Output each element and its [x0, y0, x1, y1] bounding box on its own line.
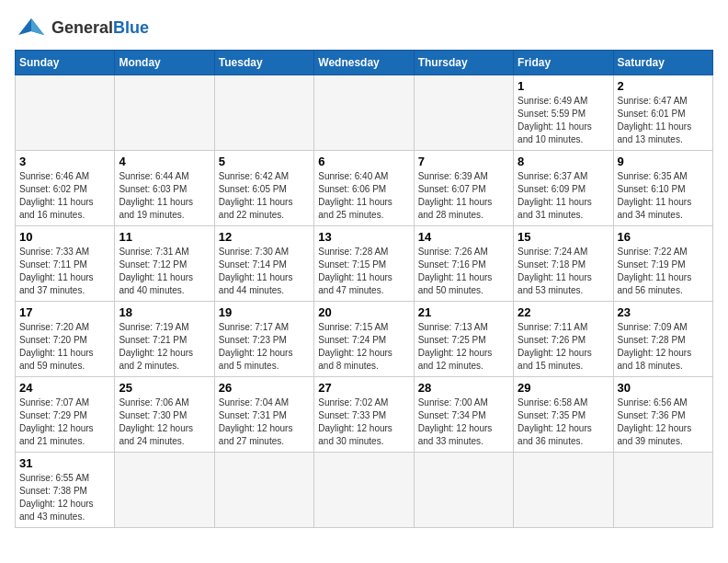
day-info: Sunrise: 6:37 AM Sunset: 6:09 PM Dayligh…: [518, 170, 609, 222]
day-info: Sunrise: 6:58 AM Sunset: 7:35 PM Dayligh…: [518, 396, 609, 448]
day-number: 30: [618, 381, 709, 395]
day-info: Sunrise: 7:17 AM Sunset: 7:23 PM Dayligh…: [219, 321, 310, 373]
day-number: 28: [418, 381, 509, 395]
calendar-cell: [314, 453, 414, 528]
logo: GeneralBlue: [15, 15, 149, 40]
day-header-wednesday: Wednesday: [314, 51, 414, 75]
calendar-cell: [414, 75, 513, 151]
calendar-cell: [314, 75, 414, 151]
day-number: 19: [219, 305, 310, 319]
calendar-cell: [16, 75, 115, 151]
day-number: 2: [618, 79, 709, 93]
day-number: 23: [618, 305, 709, 319]
day-info: Sunrise: 7:06 AM Sunset: 7:30 PM Dayligh…: [119, 396, 210, 448]
calendar-cell: 22Sunrise: 7:11 AM Sunset: 7:26 PM Dayli…: [514, 302, 613, 377]
week-row-0: 1Sunrise: 6:49 AM Sunset: 5:59 PM Daylig…: [16, 75, 713, 151]
day-info: Sunrise: 7:02 AM Sunset: 7:33 PM Dayligh…: [318, 396, 409, 448]
day-number: 15: [518, 230, 609, 244]
week-row-4: 24Sunrise: 7:07 AM Sunset: 7:29 PM Dayli…: [16, 377, 713, 453]
calendar-cell: 29Sunrise: 6:58 AM Sunset: 7:35 PM Dayli…: [514, 377, 613, 453]
day-header-friday: Friday: [514, 51, 613, 75]
day-info: Sunrise: 7:26 AM Sunset: 7:16 PM Dayligh…: [418, 246, 509, 297]
day-header-thursday: Thursday: [414, 51, 513, 75]
day-number: 14: [418, 230, 509, 244]
day-info: Sunrise: 6:47 AM Sunset: 6:01 PM Dayligh…: [618, 95, 709, 146]
day-number: 1: [518, 79, 609, 93]
day-number: 22: [518, 305, 609, 319]
day-info: Sunrise: 7:31 AM Sunset: 7:12 PM Dayligh…: [119, 246, 210, 297]
day-number: 25: [119, 381, 210, 395]
day-info: Sunrise: 7:09 AM Sunset: 7:28 PM Dayligh…: [618, 321, 709, 373]
calendar-cell: 18Sunrise: 7:19 AM Sunset: 7:21 PM Dayli…: [115, 302, 214, 377]
calendar-cell: 7Sunrise: 6:39 AM Sunset: 6:07 PM Daylig…: [414, 151, 513, 226]
calendar-cell: 5Sunrise: 6:42 AM Sunset: 6:05 PM Daylig…: [214, 151, 313, 226]
calendar-cell: [514, 453, 613, 528]
day-number: 12: [219, 230, 310, 244]
day-info: Sunrise: 7:28 AM Sunset: 7:15 PM Dayligh…: [318, 246, 409, 297]
week-row-2: 10Sunrise: 7:33 AM Sunset: 7:11 PM Dayli…: [16, 226, 713, 302]
day-info: Sunrise: 7:20 AM Sunset: 7:20 PM Dayligh…: [19, 321, 110, 373]
calendar-table: SundayMondayTuesdayWednesdayThursdayFrid…: [15, 50, 713, 528]
calendar-cell: 6Sunrise: 6:40 AM Sunset: 6:06 PM Daylig…: [314, 151, 414, 226]
calendar-cell: 9Sunrise: 6:35 AM Sunset: 6:10 PM Daylig…: [613, 151, 712, 226]
day-number: 11: [119, 230, 210, 244]
day-info: Sunrise: 7:15 AM Sunset: 7:24 PM Dayligh…: [318, 321, 409, 373]
calendar-body: 1Sunrise: 6:49 AM Sunset: 5:59 PM Daylig…: [16, 75, 713, 528]
calendar-cell: 10Sunrise: 7:33 AM Sunset: 7:11 PM Dayli…: [16, 226, 115, 302]
calendar-cell: [115, 75, 214, 151]
calendar-cell: 21Sunrise: 7:13 AM Sunset: 7:25 PM Dayli…: [414, 302, 513, 377]
calendar-cell: 14Sunrise: 7:26 AM Sunset: 7:16 PM Dayli…: [414, 226, 513, 302]
day-info: Sunrise: 6:56 AM Sunset: 7:36 PM Dayligh…: [618, 396, 709, 448]
week-row-1: 3Sunrise: 6:46 AM Sunset: 6:02 PM Daylig…: [16, 151, 713, 226]
calendar-cell: 27Sunrise: 7:02 AM Sunset: 7:33 PM Dayli…: [314, 377, 414, 453]
logo-general: GeneralBlue: [51, 18, 149, 37]
day-number: 13: [318, 230, 409, 244]
day-info: Sunrise: 7:24 AM Sunset: 7:18 PM Dayligh…: [518, 246, 609, 297]
week-row-3: 17Sunrise: 7:20 AM Sunset: 7:20 PM Dayli…: [16, 302, 713, 377]
day-number: 16: [618, 230, 709, 244]
day-info: Sunrise: 7:00 AM Sunset: 7:34 PM Dayligh…: [418, 396, 509, 448]
day-info: Sunrise: 7:07 AM Sunset: 7:29 PM Dayligh…: [19, 396, 110, 448]
day-number: 5: [219, 155, 310, 168]
day-info: Sunrise: 6:44 AM Sunset: 6:03 PM Dayligh…: [119, 170, 210, 222]
day-info: Sunrise: 6:35 AM Sunset: 6:10 PM Dayligh…: [618, 170, 709, 222]
page-header: GeneralBlue: [15, 15, 713, 40]
calendar-cell: 1Sunrise: 6:49 AM Sunset: 5:59 PM Daylig…: [514, 75, 613, 151]
calendar-cell: 23Sunrise: 7:09 AM Sunset: 7:28 PM Dayli…: [613, 302, 712, 377]
day-number: 31: [19, 456, 110, 470]
day-number: 26: [219, 381, 310, 395]
calendar-cell: 16Sunrise: 7:22 AM Sunset: 7:19 PM Dayli…: [613, 226, 712, 302]
calendar-cell: 11Sunrise: 7:31 AM Sunset: 7:12 PM Dayli…: [115, 226, 214, 302]
day-info: Sunrise: 7:30 AM Sunset: 7:14 PM Dayligh…: [219, 246, 310, 297]
calendar-cell: [414, 453, 513, 528]
calendar-cell: 25Sunrise: 7:06 AM Sunset: 7:30 PM Dayli…: [115, 377, 214, 453]
logo-icon: [15, 15, 48, 40]
day-info: Sunrise: 7:13 AM Sunset: 7:25 PM Dayligh…: [418, 321, 509, 373]
day-number: 7: [418, 155, 509, 168]
day-number: 24: [19, 381, 110, 395]
calendar-cell: 24Sunrise: 7:07 AM Sunset: 7:29 PM Dayli…: [16, 377, 115, 453]
day-number: 9: [618, 155, 709, 168]
day-number: 17: [19, 305, 110, 319]
calendar-cell: 17Sunrise: 7:20 AM Sunset: 7:20 PM Dayli…: [16, 302, 115, 377]
calendar-header: SundayMondayTuesdayWednesdayThursdayFrid…: [16, 51, 713, 75]
day-info: Sunrise: 6:49 AM Sunset: 5:59 PM Dayligh…: [518, 95, 609, 146]
calendar-cell: 12Sunrise: 7:30 AM Sunset: 7:14 PM Dayli…: [214, 226, 313, 302]
day-header-monday: Monday: [115, 51, 214, 75]
calendar-cell: 15Sunrise: 7:24 AM Sunset: 7:18 PM Dayli…: [514, 226, 613, 302]
logo-blue: Blue: [113, 18, 149, 37]
calendar-cell: 8Sunrise: 6:37 AM Sunset: 6:09 PM Daylig…: [514, 151, 613, 226]
day-info: Sunrise: 7:33 AM Sunset: 7:11 PM Dayligh…: [19, 246, 110, 297]
day-number: 10: [19, 230, 110, 244]
calendar-cell: 30Sunrise: 6:56 AM Sunset: 7:36 PM Dayli…: [613, 377, 712, 453]
week-row-5: 31Sunrise: 6:55 AM Sunset: 7:38 PM Dayli…: [16, 453, 713, 528]
day-number: 4: [119, 155, 210, 168]
day-header-tuesday: Tuesday: [214, 51, 313, 75]
calendar-cell: [115, 453, 214, 528]
calendar-cell: 20Sunrise: 7:15 AM Sunset: 7:24 PM Dayli…: [314, 302, 414, 377]
day-number: 27: [318, 381, 409, 395]
calendar-cell: 19Sunrise: 7:17 AM Sunset: 7:23 PM Dayli…: [214, 302, 313, 377]
day-number: 6: [318, 155, 409, 168]
calendar-cell: 3Sunrise: 6:46 AM Sunset: 6:02 PM Daylig…: [16, 151, 115, 226]
day-info: Sunrise: 7:19 AM Sunset: 7:21 PM Dayligh…: [119, 321, 210, 373]
